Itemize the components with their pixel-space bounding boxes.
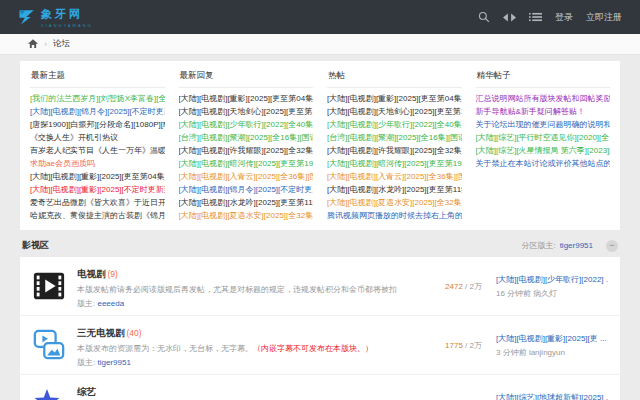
topic-link[interactable]: [大陆][电视剧][入青云][2025][全36集][国语 <box>327 170 462 183</box>
site-title: 象牙网 <box>41 7 93 22</box>
last-post-link[interactable]: [大陆][电视剧][重影][2025][更 ... <box>496 333 608 344</box>
column-hot-posts: 热帖 [大陆][电视剧][重影][2025][更至第04集][国[大陆][电视剧… <box>327 67 462 222</box>
topic-link[interactable]: [大陆][电视剧][天地剑心][2025][更至第11 <box>179 105 314 118</box>
film-icon[interactable] <box>32 269 66 303</box>
column-title[interactable]: 最新回复 <box>179 67 314 88</box>
forum-row-variety: 综艺 本版发布的资源标题参考电视剧版块。 版主: 水清浅 101 / 691 [… <box>20 374 620 400</box>
column-latest-topics: 最新主题 [我们的法兰西岁月][刘智扬X李富春][全31[大陆][电视剧][锦月… <box>30 67 165 222</box>
forum-stats: 1775 / 2万 <box>420 340 482 351</box>
login-link[interactable]: 登录 <box>555 11 573 24</box>
last-post-info: 16 分钟前 病久灯 <box>496 288 608 299</box>
topic-link[interactable]: [台湾][电视剧][聚潮][2025][全16集][国语无 <box>179 131 314 144</box>
topic-link[interactable]: 关于禁止在本站讨论或评价其他站点的相关 <box>476 157 611 170</box>
forum-stats: 2472 / 2万 <box>420 281 482 292</box>
home-icon[interactable] <box>28 39 38 49</box>
forum-description: 本版发布的资源需为：无水印，无台标，无字幕。（内嵌字幕不可发布在本版块。） <box>77 343 420 354</box>
topic-link[interactable]: [台湾][电视剧][聚潮][2025][全16集][国语无 <box>327 131 462 144</box>
section-header: 影视区 分区版主: tiger9951 − <box>22 239 618 252</box>
topic-link[interactable]: [大陆][综艺][火星情报局 第六季][2023][全 <box>476 144 611 157</box>
topic-link[interactable]: [大陆][电视剧][重影][2025][更至第04集][国 <box>30 170 165 183</box>
section-title-link[interactable]: 影视区 <box>22 239 49 252</box>
topic-link[interactable]: [大陆][电视剧][许我耀眼][2025][全32集][外挂 <box>327 144 462 157</box>
forum-link[interactable]: 三无电视剧 <box>77 327 125 338</box>
topic-link[interactable]: [大陆][电视剧][水龙吟][2025][更至第11集] <box>327 183 462 196</box>
topic-link[interactable]: [大陆][电视剧][重影][2025][更至第04集][国 <box>327 92 462 105</box>
collapse-icon[interactable]: − <box>606 240 618 252</box>
star-icon[interactable] <box>32 387 66 400</box>
topic-link[interactable]: 爱奇艺出品微剧《皆大欢喜》于近日开机， <box>30 196 165 209</box>
topic-link[interactable]: [大陆][电视剧][暗河传][2025][更至第19集] <box>327 157 462 170</box>
topic-list: [我们的法兰西岁月][刘智扬X李富春][全31[大陆][电视剧][锦月令][20… <box>30 92 165 222</box>
topic-link[interactable]: 《交换人生》开机引热议 <box>30 131 165 144</box>
breadcrumb: › 论坛 <box>0 34 640 55</box>
topic-link[interactable]: [大陆][电视剧][夏遇水安][2025][全32集][国 <box>179 209 314 222</box>
topic-link[interactable]: [大陆][电视剧][入青云][2025][全36集][国语 <box>179 170 314 183</box>
moderator-label: 版主: <box>77 358 95 367</box>
last-post-info: 3 分钟前 lanjingyun <box>496 347 608 358</box>
topic-link[interactable]: 关于论坛出现的催更问题明确的说明和新规 <box>476 118 611 131</box>
topic-link[interactable]: [大陆][电视剧][水龙吟][2025][更至第11集] <box>179 196 314 209</box>
forum-description: 本版发帖前请务必阅读版规后再发帖，尤其是对标题的规定，违规发帖积分和金币都将被扣 <box>77 284 420 295</box>
topic-link[interactable]: [大陆][电视剧][许我耀眼][2025][全32集][外挂 <box>179 144 314 157</box>
topic-link[interactable]: [大陆][综艺][平行时空遇见你][2020][全10 <box>476 131 611 144</box>
column-latest-replies: 最新回复 [大陆][电视剧][重影][2025][更至第04集][国[大陆][电… <box>179 67 314 222</box>
site-subtitle: XIANGYAWANG <box>41 23 93 28</box>
forum-today-count: (40) <box>127 328 142 338</box>
topic-link[interactable]: [我们的法兰西岁月][刘智扬X李富春][全31 <box>30 92 165 105</box>
moderator-link[interactable]: eeeeda <box>97 299 124 308</box>
topic-link[interactable]: [大陆][电视剧][重影][2025][更至第04集][国 <box>179 92 314 105</box>
topic-link[interactable]: [唐探1900][白振邦][分段命名][1080P][MP4] <box>30 118 165 131</box>
toggle-width-icon[interactable] <box>503 13 516 22</box>
last-post-link[interactable]: [大陆][电视剧][少年歌行][2022] ... <box>496 274 608 285</box>
section-moderator-link[interactable]: tiger9951 <box>560 241 593 250</box>
topic-link[interactable]: 新手导航贴&新手疑问解答贴！ <box>476 105 611 118</box>
forum-today-count: (9) <box>108 269 118 279</box>
topic-link[interactable]: [大陆][电视剧][锦月令][2025][不定时更新至 <box>30 105 165 118</box>
register-link[interactable]: 立即注册 <box>586 11 622 24</box>
topic-list: [大陆][电视剧][重影][2025][更至第04集][国[大陆][电视剧][天… <box>327 92 462 222</box>
topic-link[interactable]: 百岁老人纪实节目《人生一万年》温暖回归 <box>30 144 165 157</box>
column-title[interactable]: 热帖 <box>327 67 462 88</box>
topic-list: [大陆][电视剧][重影][2025][更至第04集][国[大陆][电视剧][天… <box>179 92 314 222</box>
forum-link[interactable]: 电视剧 <box>77 268 106 279</box>
breadcrumb-forum-link[interactable]: 论坛 <box>53 38 70 50</box>
topic-link[interactable]: [大陆][电视剧][重影][2025][不定时更新至第 <box>30 183 165 196</box>
section-moderator-label: 分区版主: <box>521 240 555 251</box>
no-watermark-video-icon[interactable] <box>32 328 66 362</box>
topic-link[interactable]: [大陆][电视剧][少年歌行][2022][全40集][国 <box>179 118 314 131</box>
topic-link[interactable]: 腾讯视频网页播放的时候去掉右上角的水 <box>327 209 462 222</box>
topic-link[interactable]: 求助ae会员画质吗 <box>30 157 165 170</box>
forum-row-tv-drama: 电视剧(9) 本版发帖前请务必阅读版规后再发帖，尤其是对标题的规定，违规发帖积分… <box>20 257 620 315</box>
topic-link[interactable]: [大陆][电视剧][夏遇水安][2025][全32集][国 <box>327 196 462 209</box>
topic-link[interactable]: [大陆][电视剧][锦月令][2025][不定时更新至 <box>179 183 314 196</box>
logo-lightning-icon <box>18 8 36 26</box>
list-icon[interactable] <box>529 12 542 22</box>
top-navbar: 象牙网 XIANGYAWANG 登录 立即注册 <box>0 0 640 34</box>
moderator-link[interactable]: tiger9951 <box>97 358 130 367</box>
breadcrumb-separator: › <box>44 39 47 49</box>
topic-link[interactable]: [大陆][电视剧][天地剑心][2025][更至第11 <box>327 105 462 118</box>
topic-link[interactable]: [大陆][电视剧][暗河传][2025][更至第19集] <box>179 157 314 170</box>
column-featured-posts: 精华帖子 汇总说明网站所有版块发帖和回帖奖励详新手导航贴&新手疑问解答贴！关于论… <box>476 67 611 222</box>
topic-link[interactable]: [大陆][电视剧][少年歌行][2022][全40集][国 <box>327 118 462 131</box>
topic-link[interactable]: 哈妮克孜、黄俊捷主演的古装剧《锦月令》 <box>30 209 165 222</box>
forum-row-no-watermark-tv: 三无电视剧(40) 本版发布的资源需为：无水印，无台标，无字幕。（内嵌字幕不可发… <box>20 315 620 374</box>
forum-list: 电视剧(9) 本版发帖前请务必阅读版规后再发帖，尤其是对标题的规定，违规发帖积分… <box>20 257 620 400</box>
topic-link[interactable]: 汇总说明网站所有版块发帖和回帖奖励详 <box>476 92 611 105</box>
moderator-label: 版主: <box>77 299 95 308</box>
column-title[interactable]: 精华帖子 <box>476 67 611 88</box>
last-post-link[interactable]: [大陆][综艺][地球超新鲜][2025] ... <box>496 392 608 400</box>
overview-panel: 最新主题 [我们的法兰西岁月][刘智扬X李富春][全31[大陆][电视剧][锦月… <box>20 61 620 230</box>
topic-list: 汇总说明网站所有版块发帖和回帖奖励详新手导航贴&新手疑问解答贴！关于论坛出现的催… <box>476 92 611 170</box>
navbar-actions: 登录 立即注册 <box>478 11 622 24</box>
site-logo[interactable]: 象牙网 XIANGYAWANG <box>18 7 93 28</box>
search-icon[interactable] <box>478 11 490 23</box>
column-title[interactable]: 最新主题 <box>30 67 165 88</box>
forum-link[interactable]: 综艺 <box>77 386 96 397</box>
